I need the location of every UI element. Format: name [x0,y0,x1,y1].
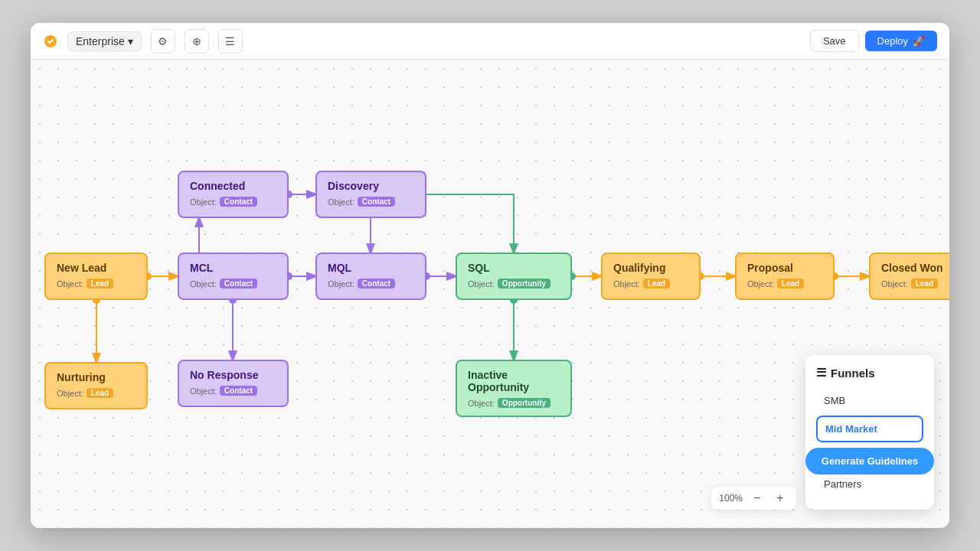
node-label-mql: MQL [328,262,414,274]
funnel-item-partners[interactable]: Partners [816,472,923,496]
node-obj-discovery: Object:Contact [328,197,414,207]
zoom-in-button[interactable]: + [772,490,789,507]
node-mcl[interactable]: MCLObject:Contact [178,253,289,300]
node-nurturing[interactable]: NurturingObject:Lead [44,362,148,409]
node-inactive[interactable]: Inactive OpportunityObject:Opportunity [456,360,572,417]
node-new-lead[interactable]: New LeadObject:Lead [44,253,148,300]
node-label-qualifying: Qualifying [613,262,688,274]
generate-guidelines-button[interactable]: Generate Guidelines [805,448,934,474]
funnel-item-mid-market[interactable]: Mid Market [816,416,923,442]
node-label-closed-won: Closed Won [881,262,949,274]
node-obj-nurturing: Object:Lead [57,388,136,398]
node-discovery[interactable]: DiscoveryObject:Contact [315,171,426,218]
grid-button[interactable]: ☰ [218,29,243,54]
node-obj-mcl: Object:Contact [190,279,276,289]
funnel-panel: ☰ Funnels SMBMid MarketEnterprisePartner… [805,355,934,510]
node-label-proposal: Proposal [747,262,822,274]
app-window: Enterprise ▾ ⚙ ⊕ ☰ Save Deploy 🚀 [31,23,949,528]
flow-canvas[interactable]: New LeadObject:LeadNurturingObject:LeadC… [31,60,949,528]
funnel-icon: ☰ [816,366,826,380]
node-obj-no-response: Object:Contact [190,386,276,396]
zoom-controls: 100% − + [711,487,796,510]
node-obj-new-lead: Object:Lead [57,279,136,289]
node-mql[interactable]: MQLObject:Contact [315,253,426,300]
save-button[interactable]: Save [810,30,859,52]
node-qualifying[interactable]: QualifyingObject:Lead [601,253,701,300]
toolbar: Enterprise ▾ ⚙ ⊕ ☰ Save Deploy 🚀 [31,23,949,60]
node-obj-mql: Object:Contact [328,279,414,289]
brand-label: Enterprise [76,35,125,47]
zoom-level: 100% [719,493,743,504]
node-sql[interactable]: SQLObject:Opportunity [456,253,572,300]
node-obj-proposal: Object:Lead [747,279,822,289]
chevron-down-icon: ▾ [128,35,133,47]
funnel-title: ☰ Funnels [816,366,923,380]
node-obj-qualifying: Object:Lead [613,279,688,289]
node-connected[interactable]: ConnectedObject:Contact [178,171,289,218]
brand-selector[interactable]: Enterprise ▾ [67,31,142,51]
logo-icon [43,34,58,49]
node-obj-connected: Object:Contact [190,197,276,207]
node-label-inactive: Inactive Opportunity [468,369,560,393]
node-proposal[interactable]: ProposalObject:Lead [735,253,835,300]
node-obj-inactive: Object:Opportunity [468,398,560,408]
node-label-new-lead: New Lead [57,262,136,274]
node-label-mcl: MCL [190,262,276,274]
deploy-label: Deploy [877,35,908,47]
node-label-nurturing: Nurturing [57,371,136,383]
node-obj-sql: Object:Opportunity [468,279,560,289]
settings-button[interactable]: ⚙ [151,29,175,54]
node-label-discovery: Discovery [328,180,414,192]
funnel-item-smb[interactable]: SMB [816,389,923,412]
node-obj-closed-won: Object:Lead [881,279,949,289]
node-label-no-response: No Response [190,369,276,381]
node-closed-won[interactable]: Closed WonObject:Lead [869,253,949,300]
zoom-out-button[interactable]: − [749,490,766,507]
node-no-response[interactable]: No ResponseObject:Contact [178,360,289,407]
node-label-sql: SQL [468,262,560,274]
add-node-button[interactable]: ⊕ [185,29,209,54]
deploy-icon: 🚀 [913,35,925,47]
deploy-button[interactable]: Deploy 🚀 [865,31,937,51]
node-label-connected: Connected [190,180,276,192]
